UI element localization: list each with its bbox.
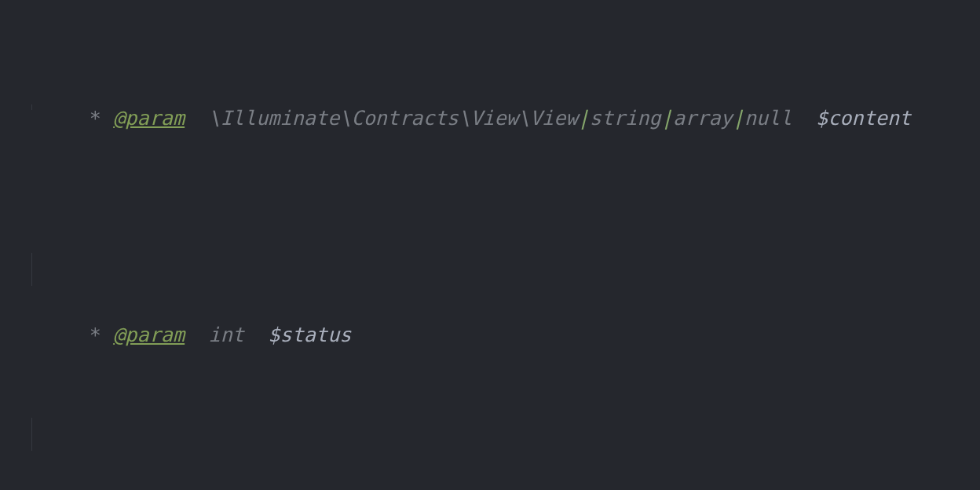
doc-star: * [78, 324, 114, 346]
doc-tag-param: @param [113, 107, 185, 130]
code-editor[interactable]: * @param \Illuminate\Contracts\View\View… [0, 0, 980, 490]
doc-tag-param: @param [113, 324, 185, 346]
code-line: * @param int $status [0, 253, 980, 286]
code-line: * @param \Illuminate\Contracts\View\View… [0, 104, 980, 110]
doc-star: * [78, 107, 114, 130]
code-line: * @param array $headers [0, 418, 980, 451]
